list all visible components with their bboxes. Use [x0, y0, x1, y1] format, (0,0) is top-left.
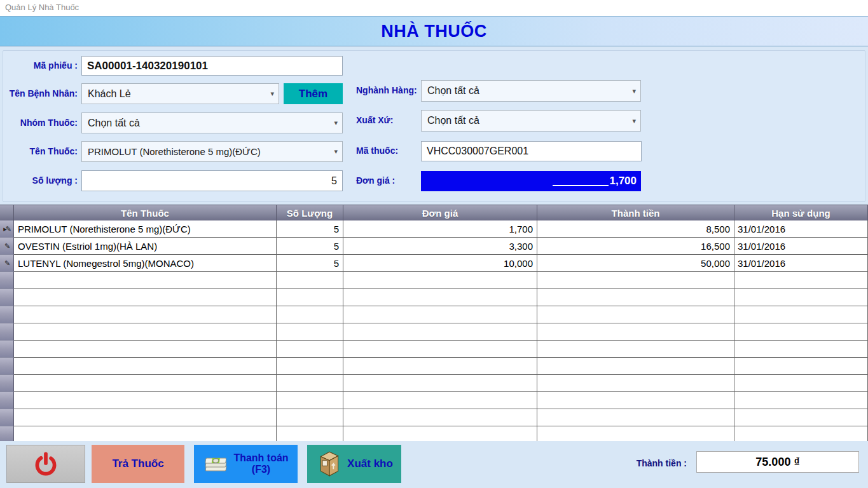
cell-han-su-dung[interactable]: 31/01/2016 — [734, 255, 868, 272]
cell-ten-thuoc[interactable]: LUTENYL (Nomegestrol 5mg)(MONACO) — [14, 255, 277, 272]
cell-han-su-dung[interactable] — [734, 306, 868, 323]
cell-so-luong[interactable] — [277, 272, 343, 289]
cell-so-luong[interactable] — [277, 341, 343, 358]
cell-han-su-dung[interactable] — [734, 426, 868, 441]
nhom-thuoc-select[interactable]: Chọn tất cả ▾ — [81, 112, 343, 133]
cell-thanh-tien[interactable] — [537, 392, 734, 409]
ma-phieu-input[interactable]: SA00001-140320190101 — [81, 56, 343, 76]
table-row[interactable] — [0, 272, 868, 289]
cell-don-gia[interactable] — [343, 375, 537, 392]
cell-ten-thuoc[interactable] — [14, 375, 277, 392]
table-row[interactable] — [0, 375, 868, 392]
cell-han-su-dung[interactable] — [734, 289, 868, 306]
row-selector[interactable] — [0, 341, 14, 358]
cell-thanh-tien[interactable] — [537, 375, 734, 392]
cell-so-luong[interactable] — [277, 358, 343, 375]
cell-ten-thuoc[interactable] — [14, 289, 277, 306]
cell-so-luong[interactable] — [277, 289, 343, 306]
cell-ten-thuoc[interactable] — [14, 306, 277, 323]
cell-han-su-dung[interactable] — [734, 392, 868, 409]
table-row[interactable] — [0, 409, 868, 426]
cell-thanh-tien[interactable] — [537, 409, 734, 426]
cell-ten-thuoc[interactable] — [14, 358, 277, 375]
table-row[interactable] — [0, 341, 868, 358]
row-selector[interactable] — [0, 272, 14, 289]
cell-han-su-dung[interactable] — [734, 272, 868, 289]
cell-thanh-tien[interactable]: 8,500 — [537, 220, 734, 238]
cell-don-gia[interactable] — [343, 392, 537, 409]
them-button[interactable]: Thêm — [284, 83, 343, 104]
cell-don-gia[interactable] — [343, 289, 537, 306]
column-header-ten-thuoc[interactable]: Tên Thuốc — [14, 205, 277, 220]
row-selector[interactable]: ✎ — [0, 238, 14, 255]
cell-don-gia[interactable] — [343, 323, 537, 341]
cell-don-gia[interactable] — [343, 341, 537, 358]
cell-ten-thuoc[interactable] — [14, 341, 277, 358]
cell-don-gia[interactable] — [343, 426, 537, 441]
cell-thanh-tien[interactable] — [537, 323, 734, 341]
cell-so-luong[interactable] — [277, 426, 343, 441]
cell-don-gia[interactable]: 10,000 — [343, 255, 537, 272]
column-header-so-luong[interactable]: Số Lượng — [277, 205, 343, 220]
table-row[interactable] — [0, 289, 868, 306]
thanh-toan-button[interactable]: Thanh toán (F3) — [194, 445, 298, 483]
cell-don-gia[interactable] — [343, 358, 537, 375]
table-row[interactable] — [0, 358, 868, 375]
cell-so-luong[interactable]: 5 — [277, 220, 343, 238]
cell-so-luong[interactable] — [277, 375, 343, 392]
row-selector-header[interactable] — [0, 205, 14, 220]
row-selector[interactable] — [0, 289, 14, 306]
row-selector[interactable] — [0, 306, 14, 323]
ten-benh-nhan-select[interactable]: Khách Lẻ ▾ — [81, 83, 279, 104]
xuat-xu-select[interactable]: Chọn tất cả ▾ — [421, 110, 641, 132]
cell-so-luong[interactable] — [277, 392, 343, 409]
table-row[interactable]: ✎OVESTIN (Estriol 1mg)(HÀ LAN)53,30016,5… — [0, 238, 868, 255]
row-selector[interactable] — [0, 375, 14, 392]
cell-han-su-dung[interactable] — [734, 358, 868, 375]
cell-so-luong[interactable] — [277, 306, 343, 323]
cell-thanh-tien[interactable] — [537, 341, 734, 358]
so-luong-input[interactable]: 5 — [81, 170, 343, 191]
cell-thanh-tien[interactable] — [537, 306, 734, 323]
cell-so-luong[interactable]: 5 — [277, 255, 343, 272]
cell-han-su-dung[interactable]: 31/01/2016 — [734, 238, 868, 255]
cell-ten-thuoc[interactable] — [14, 426, 277, 441]
cell-don-gia[interactable] — [343, 409, 537, 426]
row-selector[interactable] — [0, 392, 14, 409]
table-row[interactable]: ✎LUTENYL (Nomegestrol 5mg)(MONACO)510,00… — [0, 255, 868, 272]
row-selector[interactable] — [0, 426, 14, 441]
cell-thanh-tien[interactable] — [537, 272, 734, 289]
row-selector[interactable]: ✎ — [0, 255, 14, 272]
cell-don-gia[interactable]: 1,700 — [343, 220, 537, 238]
cell-ten-thuoc[interactable] — [14, 272, 277, 289]
cell-thanh-tien[interactable] — [537, 426, 734, 441]
cell-ten-thuoc[interactable]: PRIMOLUT (Norethisterone 5 mg)(ĐỨC) — [14, 220, 277, 238]
cell-ten-thuoc[interactable] — [14, 409, 277, 426]
column-header-don-gia[interactable]: Đơn giá — [343, 205, 537, 220]
cell-ten-thuoc[interactable] — [14, 392, 277, 409]
row-selector[interactable] — [0, 409, 14, 426]
table-row[interactable]: ▸✎PRIMOLUT (Norethisterone 5 mg)(ĐỨC)51,… — [0, 220, 868, 238]
table-row[interactable] — [0, 323, 868, 341]
cell-ten-thuoc[interactable]: OVESTIN (Estriol 1mg)(HÀ LAN) — [14, 238, 277, 255]
column-header-han-su-dung[interactable]: Hạn sử dụng — [734, 205, 868, 220]
xuat-kho-button[interactable]: Xuất kho — [307, 445, 401, 483]
don-gia-field[interactable]: 1,700 — [421, 171, 641, 191]
column-header-thanh-tien[interactable]: Thành tiền — [537, 205, 734, 220]
table-row[interactable] — [0, 426, 868, 441]
tra-thuoc-button[interactable]: Trả Thuốc — [92, 445, 184, 483]
cell-han-su-dung[interactable] — [734, 375, 868, 392]
row-selector[interactable]: ▸✎ — [0, 220, 14, 238]
cell-don-gia[interactable] — [343, 272, 537, 289]
nghanh-hang-select[interactable]: Chọn tất cả ▾ — [421, 80, 641, 102]
cell-ten-thuoc[interactable] — [14, 323, 277, 341]
cell-thanh-tien[interactable] — [537, 289, 734, 306]
cell-don-gia[interactable] — [343, 306, 537, 323]
cell-han-su-dung[interactable] — [734, 341, 868, 358]
cell-han-su-dung[interactable]: 31/01/2016 — [734, 220, 868, 238]
cell-han-su-dung[interactable] — [734, 409, 868, 426]
table-row[interactable] — [0, 306, 868, 323]
cell-so-luong[interactable] — [277, 409, 343, 426]
table-row[interactable] — [0, 392, 868, 409]
cell-thanh-tien[interactable] — [537, 358, 734, 375]
